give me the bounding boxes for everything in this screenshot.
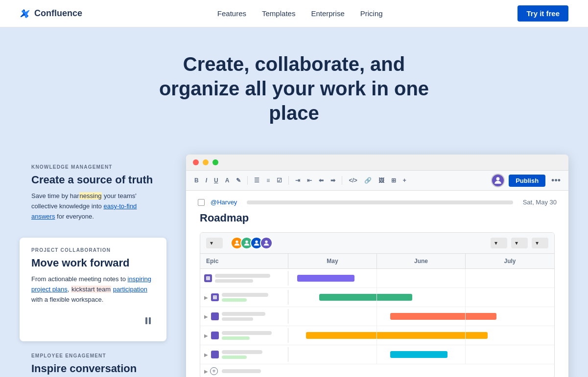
gantt-row-1-july xyxy=(466,269,554,288)
add-row-placeholder xyxy=(222,369,261,373)
gantt-add-row: ▶ + xyxy=(200,364,554,377)
toolbar-italic[interactable]: I xyxy=(203,176,210,185)
nav-links: Features Templates Enterprise Pricing xyxy=(217,9,383,18)
editor-checkbox[interactable] xyxy=(198,199,205,206)
toolbar-code[interactable]: </> xyxy=(346,176,359,185)
user-avatar xyxy=(491,174,505,187)
gantt-row-3: ▶ xyxy=(200,307,554,326)
feature-label-project: PROJECT COLLABORATION xyxy=(31,247,155,253)
svg-point-4 xyxy=(265,241,267,243)
pause-button[interactable] xyxy=(141,314,155,328)
gantt-bar-2b xyxy=(377,294,412,301)
gantt-row-2: ▶ xyxy=(200,288,554,307)
feature-label-engagement: EMPLOYEE ENGAGEMENT xyxy=(31,353,155,358)
row-4-icon xyxy=(211,332,219,339)
toolbar-checklist[interactable]: ☑ xyxy=(274,176,284,185)
row-3-icon xyxy=(211,312,219,320)
logo-text: Confluence xyxy=(34,8,82,19)
editor-mention: @Harvey xyxy=(211,199,237,206)
row-5-icon xyxy=(211,351,219,358)
hero-section: Create, collaborate, and organize all yo… xyxy=(0,27,588,155)
gantt-row-1-label xyxy=(200,271,288,286)
gantt-row-4-july xyxy=(466,326,554,345)
gantt-row-4: ▶ xyxy=(200,326,554,345)
toolbar-list-unordered[interactable]: ☰ xyxy=(252,176,262,185)
nav-templates[interactable]: Templates xyxy=(262,9,295,18)
gantt-controls: ▾ xyxy=(200,233,554,254)
gantt-row-5-label: ▶ xyxy=(200,347,288,362)
gantt-filter-1[interactable]: ▾ xyxy=(491,238,507,248)
add-row-button[interactable]: + xyxy=(210,367,218,375)
toolbar-indent[interactable]: ⇥ xyxy=(293,176,303,185)
feature-card-engagement[interactable]: EMPLOYEE ENGAGEMENT Inspire conversation… xyxy=(20,343,166,377)
toolbar-divider-3 xyxy=(342,176,342,185)
nav-enterprise[interactable]: Enterprise xyxy=(311,9,344,18)
gantt-row-3-june xyxy=(377,307,466,326)
traffic-light-yellow xyxy=(203,159,209,165)
editor-meta: @Harvey Sat, May 30 xyxy=(198,199,557,206)
gantt-filter-3[interactable]: ▾ xyxy=(532,238,548,248)
gantt-row-2-label: ▶ xyxy=(200,290,288,305)
row-add-expand[interactable]: ▶ xyxy=(204,369,208,374)
feature-desc-project: From actionable meeting notes to inspiri… xyxy=(31,274,155,305)
toolbar-link[interactable]: 🔗 xyxy=(362,176,374,185)
editor-toolbar: B I U A ✎ ☰ ≡ ☑ ⇥ ⇤ ⬅ ➡ </> 🔗 🖼 ⊞ + P xyxy=(186,171,568,191)
gantt-filter-selects: ▾ ▾ ▾ xyxy=(491,238,548,248)
toolbar-align-left[interactable]: ⬅ xyxy=(316,176,326,185)
pause-icon xyxy=(145,317,151,324)
gantt-filter-2[interactable]: ▾ xyxy=(511,238,528,248)
toolbar-color[interactable]: A xyxy=(223,176,232,185)
try-it-free-button[interactable]: Try it free xyxy=(517,5,568,22)
gantt-row-3-label: ▶ xyxy=(200,309,288,324)
gantt-bar-2a xyxy=(319,294,376,301)
feature-card-project[interactable]: PROJECT COLLABORATION Move work forward … xyxy=(20,238,166,341)
add-row-icon: + xyxy=(210,367,218,375)
gantt-view-select[interactable]: ▾ xyxy=(206,238,223,248)
gantt-row-3-july xyxy=(466,307,554,326)
toolbar-image[interactable]: 🖼 xyxy=(376,176,387,185)
nav-pricing[interactable]: Pricing xyxy=(360,9,383,18)
row-1-icon xyxy=(204,274,212,282)
toolbar-outdent[interactable]: ⇤ xyxy=(305,176,314,185)
toolbar-list-ordered[interactable]: ≡ xyxy=(264,176,272,185)
row-2-expand[interactable]: ▶ xyxy=(204,295,208,300)
traffic-light-green xyxy=(212,159,218,165)
confluence-logo-icon xyxy=(20,8,30,19)
row-4-lines xyxy=(222,331,284,340)
feature-label-knowledge: KNOWLEDGE MANAGEMENT xyxy=(31,164,155,170)
col-header-july: July xyxy=(466,254,554,268)
gantt-bar-5 xyxy=(390,351,447,358)
toolbar-insert[interactable]: + xyxy=(400,176,409,185)
feature-card-knowledge[interactable]: KNOWLEDGE MANAGEMENT Create a source of … xyxy=(20,155,166,236)
toolbar-underline[interactable]: U xyxy=(212,176,221,185)
toolbar-divider-1 xyxy=(247,176,248,185)
navbar: Confluence Features Templates Enterprise… xyxy=(0,0,588,27)
feature-title-project: Move work forward xyxy=(31,257,155,269)
logo-link[interactable]: Confluence xyxy=(20,8,82,19)
toolbar-table[interactable]: ⊞ xyxy=(389,176,399,185)
gantt-dropdown-left: ▾ xyxy=(206,238,223,248)
publish-button[interactable]: Publish xyxy=(509,175,545,187)
svg-point-2 xyxy=(245,241,248,243)
traffic-light-red xyxy=(193,159,199,165)
nav-features[interactable]: Features xyxy=(217,9,246,18)
toolbar-more-text[interactable]: ✎ xyxy=(234,176,243,185)
gantt-row-4-may xyxy=(288,326,377,345)
toolbar-bold[interactable]: B xyxy=(192,176,201,185)
toolbar-align-right[interactable]: ➡ xyxy=(328,176,338,185)
row-5-expand[interactable]: ▶ xyxy=(204,352,208,357)
row-4-expand[interactable]: ▶ xyxy=(204,333,208,338)
gantt-bar-3a xyxy=(390,313,465,320)
gantt-row-4-june xyxy=(377,326,466,345)
gantt-bar-4b xyxy=(377,332,465,339)
col-header-june: June xyxy=(377,254,466,268)
toolbar-divider-2 xyxy=(288,176,289,185)
feature-desc-knowledge: Save time by harnessing your teams' coll… xyxy=(31,191,155,222)
row-3-expand[interactable]: ▶ xyxy=(204,314,208,319)
gantt-row-1-may xyxy=(288,269,377,288)
gantt-bar-1 xyxy=(297,275,354,282)
browser-mockup: B I U A ✎ ☰ ≡ ☑ ⇥ ⇤ ⬅ ➡ </> 🔗 🖼 ⊞ + P xyxy=(186,155,568,377)
gantt-row-2-may xyxy=(288,288,377,307)
more-options-button[interactable]: ••• xyxy=(549,176,563,186)
row-2-icon xyxy=(211,293,219,301)
